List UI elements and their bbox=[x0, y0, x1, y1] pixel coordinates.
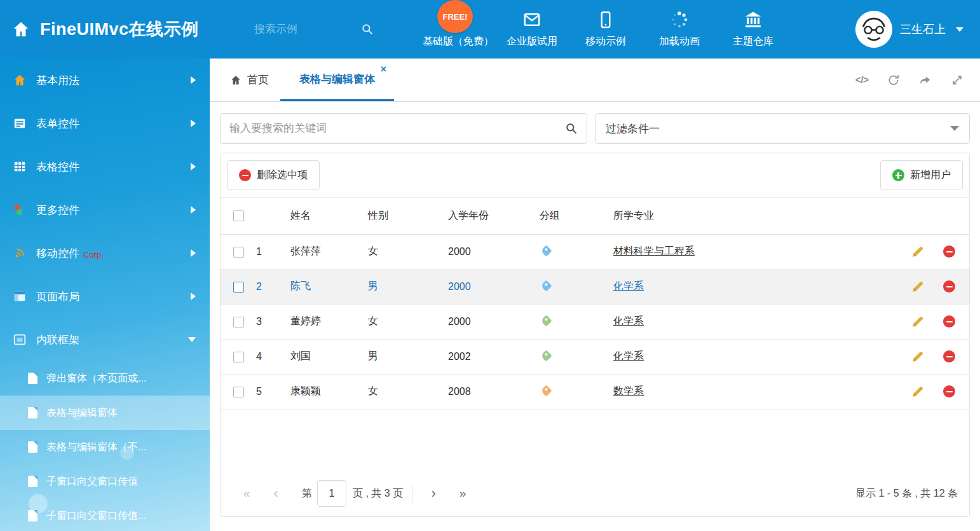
nav-label: 移动示例 bbox=[585, 35, 626, 48]
select-all-checkbox[interactable] bbox=[233, 210, 244, 221]
delete-selected-label: 删除选中项 bbox=[257, 169, 308, 182]
last-page-button[interactable] bbox=[448, 486, 477, 500]
record-summary: 显示 1 - 5 条 , 共 12 条 bbox=[855, 487, 958, 500]
major-link[interactable]: 材料科学与工程系 bbox=[613, 245, 695, 256]
sidebar-item-label: 更多控件 bbox=[36, 203, 79, 217]
edit-icon[interactable] bbox=[911, 280, 924, 293]
fullscreen-icon[interactable] bbox=[951, 74, 963, 86]
page-total-label: 页 , 共 3 页 bbox=[353, 487, 403, 500]
close-icon[interactable] bbox=[381, 64, 386, 74]
keyword-search bbox=[220, 113, 587, 144]
sidebar-subitem-grid-edit-window[interactable]: 表格与编辑窗体 bbox=[0, 396, 210, 430]
chevron-right-icon bbox=[191, 293, 196, 300]
column-header-year: 入学年份 bbox=[448, 198, 540, 234]
delete-icon[interactable] bbox=[943, 245, 955, 258]
major-link[interactable]: 数学系 bbox=[613, 385, 644, 396]
add-user-button[interactable]: 新增用户 bbox=[880, 160, 963, 190]
keyword-search-input[interactable] bbox=[229, 122, 565, 135]
major-link[interactable]: 化学系 bbox=[613, 315, 644, 326]
sidebar-item-mobile-controls[interactable]: 移动控件 Corp. bbox=[0, 231, 210, 275]
nav-item-enterprise-trial[interactable]: 企业版试用 bbox=[495, 10, 569, 48]
column-header-group: 分组 bbox=[540, 198, 613, 234]
minus-circle-icon bbox=[239, 169, 251, 181]
search-icon[interactable] bbox=[565, 122, 578, 135]
table-row[interactable]: 4 刘国 男 2002 化学系 bbox=[221, 339, 969, 374]
table-row[interactable]: 5 康颖颖 女 2008 数学系 bbox=[221, 374, 969, 409]
edit-icon[interactable] bbox=[911, 350, 924, 363]
row-checkbox[interactable] bbox=[233, 247, 244, 258]
table-row[interactable]: 2 陈飞 男 2000 化学系 bbox=[221, 269, 969, 304]
sidebar-item-form-controls[interactable]: 表单控件 bbox=[0, 102, 210, 145]
next-page-button[interactable] bbox=[419, 485, 448, 502]
prev-page-button[interactable] bbox=[261, 485, 290, 502]
header-search-input[interactable] bbox=[254, 23, 350, 36]
delete-icon[interactable] bbox=[943, 385, 955, 397]
layout-icon bbox=[13, 289, 27, 303]
search-icon[interactable] bbox=[361, 23, 374, 36]
first-page-button[interactable] bbox=[232, 486, 261, 500]
brand[interactable]: FineUIMvc在线示例 bbox=[0, 18, 254, 41]
envelope-icon bbox=[522, 10, 541, 29]
nav-item-mobile-demo[interactable]: 移动示例 bbox=[569, 10, 643, 48]
sidebar-item-page-layout[interactable]: 页面布局 bbox=[0, 275, 210, 318]
row-index: 1 bbox=[256, 234, 290, 269]
tabbar: 首页 表格与编辑窗体 </> bbox=[210, 59, 980, 102]
sidebar-subitem-child-to-parent[interactable]: 子窗口向父窗口传值 bbox=[0, 464, 210, 499]
sidebar-item-more-controls[interactable]: 更多控件 bbox=[0, 188, 210, 231]
home-icon bbox=[13, 73, 27, 87]
table-row[interactable]: 1 张萍萍 女 2000 材料科学与工程系 bbox=[221, 234, 969, 269]
nav-label: 主题仓库 bbox=[733, 35, 773, 48]
cell-name: 张萍萍 bbox=[290, 234, 368, 269]
nav-item-theme-repo[interactable]: 主题仓库 bbox=[716, 10, 790, 48]
edit-icon[interactable] bbox=[911, 245, 924, 258]
grid-icon bbox=[13, 160, 27, 174]
signal-icon bbox=[13, 246, 27, 260]
filter-dropdown-value: 过滤条件一 bbox=[606, 121, 660, 136]
sidebar-subitem-popup-window[interactable]: 弹出窗体（本页面或... bbox=[0, 361, 210, 396]
delete-icon[interactable] bbox=[943, 280, 955, 293]
tag-icon bbox=[540, 350, 552, 361]
tab-grid-edit-window[interactable]: 表格与编辑窗体 bbox=[280, 59, 394, 101]
open-in-new-icon[interactable] bbox=[919, 74, 932, 86]
sidebar-item-basic-usage[interactable]: 基本用法 bbox=[0, 59, 210, 102]
row-index: 3 bbox=[256, 304, 290, 339]
filter-dropdown[interactable]: 过滤条件一 bbox=[595, 113, 970, 144]
sidebar-item-grid-controls[interactable]: 表格控件 bbox=[0, 145, 210, 188]
delete-icon[interactable] bbox=[943, 350, 955, 362]
cell-gender: 男 bbox=[368, 339, 448, 374]
chevron-right-icon bbox=[191, 120, 196, 127]
sidebar-item-iframe[interactable]: 内联框架 bbox=[0, 318, 210, 361]
delete-icon[interactable] bbox=[943, 315, 955, 328]
chevron-down-icon bbox=[188, 337, 196, 342]
table-row[interactable]: 3 董婷婷 女 2000 化学系 bbox=[221, 304, 969, 339]
edit-icon[interactable] bbox=[911, 315, 924, 328]
nav-label: 企业版试用 bbox=[507, 35, 557, 48]
nav-item-loading-animation[interactable]: 加载动画 bbox=[643, 10, 716, 48]
major-link[interactable]: 化学系 bbox=[613, 350, 644, 361]
sidebar-subitem-label: 表格与编辑窗体（不... bbox=[46, 441, 146, 454]
sidebar-subitem-label: 弹出窗体（本页面或... bbox=[46, 372, 146, 385]
delete-selected-button[interactable]: 删除选中项 bbox=[227, 160, 320, 190]
users-table: 姓名 性别 入学年份 分组 所学专业 1 张萍萍 女 2000 bbox=[221, 198, 969, 410]
page-number-input[interactable] bbox=[317, 480, 346, 507]
row-checkbox[interactable] bbox=[233, 387, 244, 397]
cell-gender: 女 bbox=[368, 234, 448, 269]
major-link[interactable]: 化学系 bbox=[613, 280, 644, 291]
tag-icon bbox=[540, 385, 552, 396]
row-checkbox[interactable] bbox=[233, 352, 244, 362]
sidebar-subitem-child-to-parent-2[interactable]: 子窗口向父窗口传值... bbox=[0, 499, 210, 531]
cell-name: 董婷婷 bbox=[290, 304, 368, 339]
edit-icon[interactable] bbox=[911, 385, 924, 398]
sidebar-item-label: 基本用法 bbox=[36, 73, 79, 88]
refresh-icon[interactable] bbox=[887, 74, 900, 86]
cell-name: 康颖颖 bbox=[290, 374, 368, 409]
spinner-icon bbox=[670, 10, 689, 29]
grid-panel: 删除选中项 新增用户 姓名 性别 入学年份 bbox=[220, 153, 970, 517]
source-code-icon[interactable]: </> bbox=[855, 74, 868, 86]
sidebar-subitem-grid-edit-window-2[interactable]: 表格与编辑窗体（不... bbox=[0, 430, 210, 464]
row-checkbox[interactable] bbox=[233, 317, 244, 328]
tab-home[interactable]: 首页 bbox=[219, 59, 280, 101]
user-menu[interactable]: 三生石上 bbox=[855, 11, 980, 48]
row-checkbox[interactable] bbox=[233, 282, 244, 293]
cell-year: 2000 bbox=[448, 234, 540, 269]
